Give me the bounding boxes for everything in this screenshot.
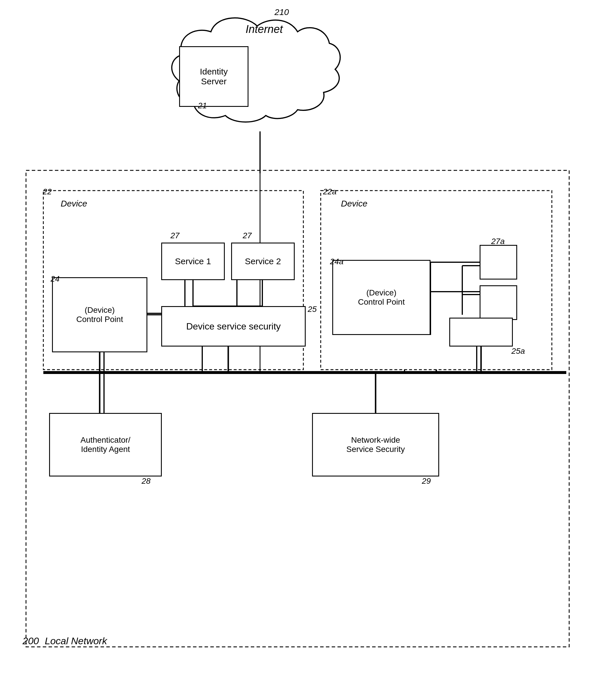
svg-rect-1: [26, 170, 569, 647]
service1-box: Service 1: [161, 243, 225, 280]
service-right-2-box: [480, 285, 517, 320]
ref-27-s2: 27: [243, 231, 252, 240]
ref-22a: 22a: [323, 187, 337, 196]
ref-27-s1: 27: [170, 231, 180, 240]
ref-210: 210: [275, 7, 289, 17]
ref-25: 25: [308, 305, 317, 314]
ref-24: 24: [51, 274, 59, 283]
control-point-right-box: (Device) Control Point: [332, 260, 431, 335]
service2-box: Service 2: [231, 243, 295, 280]
internet-label: Internet: [246, 23, 283, 36]
device-service-security-box: Device service security: [161, 306, 306, 346]
device-left-label: Device: [61, 199, 87, 209]
local-network-label: Local Network: [45, 635, 107, 647]
diagram: Internet 210 Identity Server 21 22 Devic…: [0, 0, 592, 700]
ref-25a: 25a: [511, 346, 525, 356]
ref-21: 21: [198, 101, 207, 110]
ref-200: 200: [22, 635, 39, 647]
authenticator-box: Authenticator/ Identity Agent: [49, 413, 162, 477]
ref-22: 22: [43, 187, 52, 196]
network-wide-box: Network-wide Service Security: [312, 413, 439, 477]
identity-server-box: Identity Server: [179, 46, 248, 107]
ref-24a: 24a: [330, 257, 344, 266]
ref-27a: 27a: [491, 237, 505, 246]
ref-28: 28: [142, 477, 151, 486]
service-right-1-box: [480, 245, 517, 279]
control-point-left-box: (Device) Control Point: [52, 277, 147, 352]
device-right-label: Device: [341, 199, 367, 209]
device-service-security-right-box: [449, 318, 513, 346]
ref-29: 29: [422, 477, 431, 486]
